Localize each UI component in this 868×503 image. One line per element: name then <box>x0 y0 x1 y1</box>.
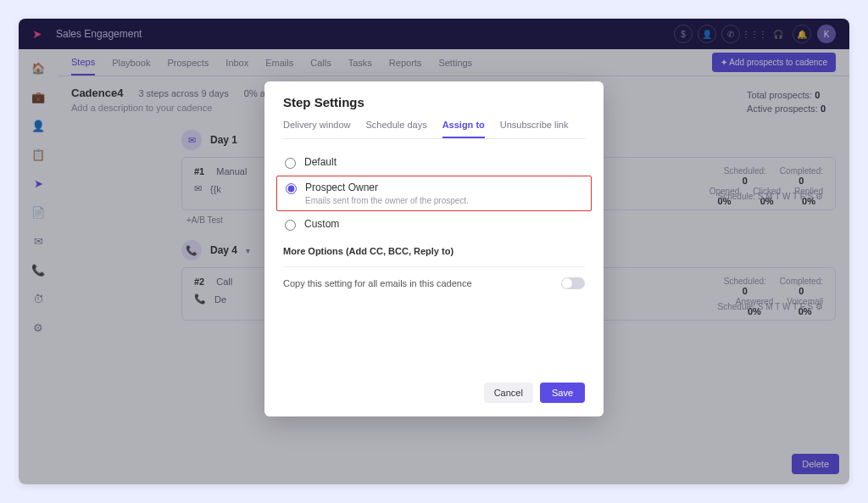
option-default-label: Default <box>304 156 337 168</box>
option-prospect-owner-label: Prospect Owner <box>305 182 469 193</box>
cancel-button[interactable]: Cancel <box>484 383 533 403</box>
option-prospect-owner-desc: Emails sent from the owner of the prospe… <box>305 196 469 205</box>
copy-setting-row: Copy this setting for all emails in this… <box>283 277 585 289</box>
option-prospect-owner[interactable]: Prospect Owner Emails sent from the owne… <box>276 176 592 211</box>
tab-unsubscribe-link[interactable]: Unsubscribe link <box>500 120 569 138</box>
modal-tabs: Delivery window Schedule days Assign to … <box>283 120 585 139</box>
radio-custom[interactable] <box>285 220 296 231</box>
save-button[interactable]: Save <box>540 383 585 403</box>
app-window: ➤ Sales Engagement $ 👤 ✆ ⋮⋮⋮ 🎧 🔔 K Steps… <box>19 19 849 484</box>
assign-to-options: Default Prospect Owner Emails sent from … <box>283 151 585 236</box>
radio-default[interactable] <box>285 158 296 169</box>
copy-setting-label: Copy this setting for all emails in this… <box>283 278 472 288</box>
radio-prospect-owner[interactable] <box>286 183 297 194</box>
modal-title: Step Settings <box>283 95 585 109</box>
option-default[interactable]: Default <box>283 151 585 174</box>
more-options[interactable]: More Options (Add CC, BCC, Reply to) <box>283 246 585 267</box>
modal-footer: Cancel Save <box>283 383 585 403</box>
tab-schedule-days[interactable]: Schedule days <box>365 120 426 138</box>
copy-setting-toggle[interactable] <box>561 277 585 289</box>
step-settings-modal: Step Settings Delivery window Schedule d… <box>264 81 604 416</box>
tab-delivery-window[interactable]: Delivery window <box>283 120 350 138</box>
tab-assign-to[interactable]: Assign to <box>442 120 485 138</box>
option-custom[interactable]: Custom <box>283 213 585 236</box>
option-custom-label: Custom <box>304 218 339 230</box>
